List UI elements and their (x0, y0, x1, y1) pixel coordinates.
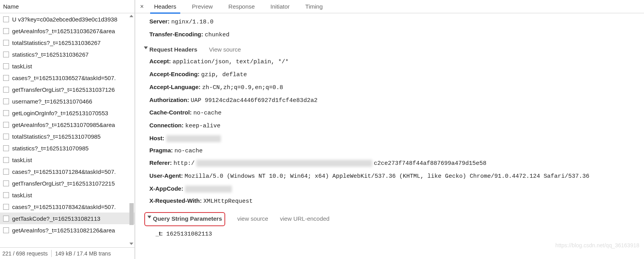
header-entry: Pragma: no-cache (144, 145, 644, 157)
request-list[interactable]: U v3?key=c00a2ebced0ed39e0c1d3938getArea… (0, 13, 135, 247)
name-column-header[interactable]: Name (0, 0, 135, 13)
view-source-link[interactable]: View source (209, 44, 241, 56)
request-row[interactable]: getTransferOrgList?_t=1625131037126 (0, 84, 135, 95)
scroll-thumb[interactable] (129, 203, 134, 225)
file-icon (3, 28, 9, 34)
header-entry: Referer: http:/ c2ce273f748f44af887699a4… (144, 157, 644, 170)
file-icon (3, 16, 9, 22)
request-row[interactable]: taskList (0, 60, 135, 72)
request-row[interactable]: cases?_t=1625131078342&taskId=507. (0, 201, 135, 213)
request-row[interactable]: getAreaInfos?_t=1625131036267&area (0, 25, 135, 37)
request-row[interactable]: taskList (0, 154, 135, 166)
file-icon (3, 63, 9, 69)
header-value: keep-alive (185, 123, 221, 129)
request-row[interactable]: getAreaInfos?_t=1625131070985&area (0, 119, 135, 130)
request-row[interactable]: statistics?_t=1625131070985 (0, 142, 135, 154)
header-key: Connection: (149, 122, 184, 129)
header-key: Server: (149, 18, 170, 25)
qsp-view-url-encoded-link[interactable]: view URL-encoded (280, 213, 330, 225)
header-value: chunked (205, 32, 230, 38)
request-row[interactable]: getTransferOrgList?_t=1625131072215 (0, 177, 135, 189)
request-row[interactable]: getLoginOrgInfo?_t=1625131070553 (0, 107, 135, 119)
request-name: taskList (12, 192, 32, 198)
scroll-down-arrow-icon[interactable] (129, 243, 133, 245)
request-name: getAreaInfos?_t=1625131036267&area (12, 28, 115, 34)
request-name: statistics?_t=1625131036267 (12, 51, 89, 58)
request-row[interactable]: username?_t=1625131070466 (0, 95, 135, 107)
request-row[interactable]: totalStatistics?_t=1625131070985 (0, 130, 135, 142)
close-icon[interactable]: × (138, 3, 146, 10)
header-entry: Connection: keep-alive (144, 120, 644, 132)
left-scrollbar[interactable] (128, 0, 135, 259)
request-row[interactable]: cases?_t=1625131071284&taskId=507. (0, 166, 135, 177)
tab-preview[interactable]: Preview (184, 0, 221, 13)
file-icon (3, 145, 9, 151)
header-value: nginx/1.18.0 (171, 19, 213, 25)
header-value: UAP 99124cd2ac4446f6927d1fcf4e83d2a2 (191, 97, 318, 104)
request-count: 221 / 698 requests (2, 250, 48, 257)
tab-headers[interactable]: Headers (146, 0, 184, 13)
file-icon (3, 52, 9, 57)
request-row[interactable]: getTaskCode?_t=1625131082113 (0, 213, 135, 224)
header-value: no-cache (194, 110, 222, 116)
header-value: http:/ (174, 160, 195, 167)
request-name: getTaskCode?_t=1625131082113 (12, 215, 100, 222)
qsp-key: _t: (156, 230, 163, 237)
file-icon (3, 40, 9, 46)
request-name: totalStatistics?_t=1625131070985 (12, 133, 100, 140)
transfer-size: 149 kB / 17.4 MB trans (55, 250, 111, 257)
request-headers-toggle[interactable]: Request Headers (144, 44, 197, 56)
header-value: gzip, deflate (201, 71, 247, 78)
request-name: taskList (12, 157, 32, 163)
tab-initiator[interactable]: Initiator (263, 0, 298, 13)
header-key: Transfer-Encoding: (149, 31, 203, 38)
header-entry: Accept-Language: zh-CN,zh;q=0.9,en;q=0.8 (144, 81, 644, 94)
redacted-value (196, 160, 372, 167)
qsp-entry: _t: 1625131082113 (156, 228, 644, 241)
request-name: getLoginOrgInfo?_t=1625131070553 (12, 110, 108, 116)
request-row[interactable]: statistics?_t=1625131036267 (0, 48, 135, 60)
redacted-value (166, 135, 221, 142)
header-value: Mozilla/5.0 (Windows NT 10.0; Win64; x64… (185, 173, 589, 180)
request-row[interactable]: cases?_t=1625131036527&taskId=507. (0, 72, 135, 84)
redacted-value (185, 186, 232, 193)
header-key: Accept: (149, 58, 171, 64)
header-key: Referer: (149, 159, 172, 166)
watermark-text: https://blog.csdn.net/qq_36163918 (555, 240, 639, 251)
tab-timing[interactable]: Timing (298, 0, 330, 13)
qsp-view-source-link[interactable]: view source (237, 213, 268, 225)
header-key: Cache-Control: (149, 109, 192, 116)
request-name: getAreaInfos?_t=1625131070985&area (12, 121, 115, 128)
header-value: XMLHttpRequest (203, 198, 253, 205)
header-key: X-AppCode: (149, 185, 183, 192)
header-entry: Cache-Control: no-cache (144, 107, 644, 120)
request-row[interactable]: taskList (0, 189, 135, 201)
header-key: User-Agent: (149, 172, 183, 179)
request-name: getAreaInfos?_t=1625131082126&area (12, 227, 115, 234)
request-row[interactable]: U v3?key=c00a2ebced0ed39e0c1d3938 (0, 13, 135, 25)
request-name: cases?_t=1625131071284&taskId=507. (12, 168, 116, 175)
header-entry: Transfer-Encoding: chunked (144, 29, 644, 41)
file-icon (3, 122, 9, 128)
file-icon (3, 134, 9, 139)
file-icon (3, 216, 9, 221)
header-entry: User-Agent: Mozilla/5.0 (Windows NT 10.0… (144, 170, 644, 183)
request-name: statistics?_t=1625131070985 (12, 145, 89, 152)
header-key: Accept-Encoding: (149, 71, 199, 77)
headers-tab-content[interactable]: Server: nginx/1.18.0Transfer-Encoding: c… (135, 13, 644, 259)
request-row[interactable]: getAreaInfos?_t=1625131082126&area (0, 224, 135, 236)
detail-tab-bar: × HeadersPreviewResponseInitiatorTiming (135, 0, 644, 13)
request-name: cases?_t=1625131078342&taskId=507. (12, 204, 116, 210)
query-string-parameters-toggle[interactable]: Query String Parameters (147, 213, 222, 225)
file-icon (3, 98, 9, 104)
tab-response[interactable]: Response (221, 0, 263, 13)
network-detail-panel: × HeadersPreviewResponseInitiatorTiming … (135, 0, 644, 259)
header-value: application/json, text/plain, */* (172, 59, 289, 65)
scroll-up-arrow-icon[interactable] (129, 15, 133, 17)
qsp-value: 1625131082113 (163, 231, 212, 238)
header-entry: Authorization: UAP 99124cd2ac4446f6927d1… (144, 94, 644, 107)
header-key: Accept-Language: (149, 84, 201, 90)
request-row[interactable]: totalStatistics?_t=1625131036267 (0, 37, 135, 48)
file-icon (3, 227, 9, 233)
header-value: c2ce273f748f44af887699a479d15e58 (374, 160, 486, 167)
